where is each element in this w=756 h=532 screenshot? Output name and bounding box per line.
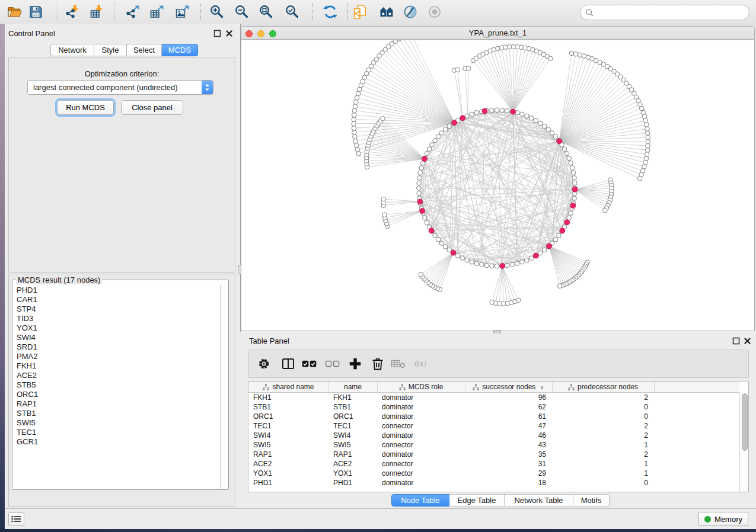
mcds-result-node[interactable]: YOX1 <box>13 323 220 333</box>
memory-button[interactable]: Memory <box>698 512 748 526</box>
zoom-in-button[interactable] <box>209 4 225 20</box>
float-panel-icon[interactable] <box>213 30 221 37</box>
export-table-button[interactable] <box>149 4 165 20</box>
table-row[interactable]: STB1STB1dominator620 <box>248 402 739 412</box>
column-header-predecessor-nodes[interactable]: predecessor nodes <box>552 382 655 392</box>
tab-motifs[interactable]: Motifs <box>573 494 610 507</box>
mcds-result-node[interactable]: ACE2 <box>13 371 220 380</box>
float-table-panel-icon[interactable] <box>732 337 740 345</box>
cell-name: ORC1 <box>328 412 377 421</box>
cell-predecessor-nodes: 1 <box>552 440 648 450</box>
column-header-MCDS-role[interactable]: MCDS role <box>377 382 465 392</box>
mcds-result-node[interactable]: CAR1 <box>13 295 220 305</box>
table-row[interactable]: YOX1YOX1connector291 <box>248 469 739 478</box>
close-panel-icon[interactable] <box>225 30 233 37</box>
search-input[interactable] <box>596 7 749 18</box>
tab-select[interactable]: Select <box>127 44 162 56</box>
mcds-result-node[interactable]: PHD1 <box>13 286 220 295</box>
mcds-result-list[interactable]: PHD1CAR1STP4TID3YOX1SWI4SRD1PMA2FKH1ACE2… <box>13 286 220 489</box>
zoom-out-button[interactable] <box>234 4 250 20</box>
save-session-button[interactable] <box>28 4 43 20</box>
mcds-result-node[interactable]: SWI5 <box>13 418 220 428</box>
table-scrollbar[interactable] <box>739 393 748 492</box>
cell-shared-name: STB1 <box>248 402 328 412</box>
table-scrollbar-thumb[interactable] <box>742 393 748 451</box>
zoom-fit-button[interactable] <box>259 4 274 20</box>
mcds-result-node[interactable]: SWI4 <box>13 333 220 342</box>
mcds-result-node[interactable]: STB5 <box>13 380 220 390</box>
table-settings-button[interactable] <box>256 357 272 371</box>
cell-successor-nodes: 35 <box>465 450 546 459</box>
status-menu-button[interactable] <box>8 512 24 525</box>
import-table-button[interactable] <box>90 4 105 20</box>
first-neighbors-button[interactable] <box>379 4 394 20</box>
cell-predecessor-nodes: 2 <box>552 421 648 431</box>
close-panel-button[interactable]: Close panel <box>121 100 183 115</box>
toggle-panel-layout-button[interactable] <box>280 357 296 371</box>
optimization-criterion-select[interactable]: largest connected component (undirected) <box>27 80 213 95</box>
network-canvas[interactable] <box>241 40 755 331</box>
mcds-result-node[interactable]: PMA2 <box>13 352 220 361</box>
cell-shared-name: FKH1 <box>248 393 328 402</box>
export-network-button[interactable] <box>125 4 141 20</box>
network-window-titlebar[interactable]: YPA_prune.txt_1 <box>241 26 755 40</box>
cell-shared-name: ACE2 <box>248 459 328 469</box>
column-header-shared-name[interactable]: shared name <box>248 382 329 392</box>
network-window-title: YPA_prune.txt_1 <box>241 28 754 37</box>
table-row[interactable]: SWI5SWI5connector431 <box>248 440 739 450</box>
export-image-button[interactable] <box>175 4 190 20</box>
close-table-panel-icon[interactable] <box>744 337 751 345</box>
show-all-columns-button[interactable] <box>302 357 317 371</box>
zoom-selected-icon <box>285 4 300 20</box>
table-row[interactable]: FKH1FKH1dominator962 <box>248 393 739 402</box>
mcds-result-node[interactable]: ORC1 <box>13 390 220 399</box>
table-row[interactable]: ORC1ORC1dominator610 <box>248 412 739 421</box>
main-toolbar <box>0 0 756 24</box>
cell-MCDS-role: connector <box>377 421 465 431</box>
table-row[interactable]: SWI4SWI4dominator462 <box>248 431 739 440</box>
mcds-result-node[interactable]: TID3 <box>13 314 220 323</box>
mcds-result-node[interactable]: TEC1 <box>13 428 220 437</box>
cell-successor-nodes: 61 <box>465 412 546 421</box>
create-column-button[interactable] <box>347 357 363 371</box>
run-mcds-button[interactable]: Run MCDS <box>57 100 114 115</box>
mcds-result-node[interactable]: GCR1 <box>13 437 220 447</box>
cell-name: SWI4 <box>328 431 377 440</box>
result-list-scrollbar[interactable] <box>220 285 228 489</box>
column-header-name[interactable]: name <box>328 382 378 392</box>
cell-predecessor-nodes: 2 <box>552 393 648 402</box>
tab-mcds[interactable]: MCDS <box>162 44 198 56</box>
refresh-view-button[interactable] <box>323 4 338 20</box>
mcds-result-node[interactable]: RAP1 <box>13 399 220 409</box>
delete-column-button[interactable] <box>370 357 385 371</box>
search-box[interactable] <box>580 5 749 20</box>
memory-label: Memory <box>714 515 742 524</box>
network-from-selection-button[interactable] <box>352 4 368 20</box>
table-row[interactable]: ACE2ACE2connector311 <box>248 459 739 469</box>
table-row[interactable]: TEC1TEC1connector472 <box>248 421 739 431</box>
mcds-result-node[interactable]: STB1 <box>13 409 220 418</box>
svg-text:f(x): f(x) <box>413 360 426 368</box>
tab-network[interactable]: Network <box>50 44 94 56</box>
mcds-result-node[interactable]: SRD1 <box>13 342 220 352</box>
cell-shared-name: SWI5 <box>248 440 328 450</box>
tab-network-table[interactable]: Network Table <box>505 494 573 507</box>
table-row[interactable]: PHD1PHD1dominator180 <box>248 478 739 488</box>
import-network-button[interactable] <box>65 4 80 20</box>
tab-style[interactable]: Style <box>94 44 127 56</box>
column-header-successor-nodes[interactable]: successor nodes∨ <box>465 382 553 392</box>
cell-predecessor-nodes: 0 <box>552 412 648 421</box>
optimization-criterion-value: largest connected component (undirected) <box>28 83 202 92</box>
plus-icon <box>347 357 363 371</box>
tab-edge-table[interactable]: Edge Table <box>449 494 505 507</box>
hierarchy-icon <box>399 384 406 390</box>
open-file-button[interactable] <box>7 4 23 20</box>
table-row[interactable]: RAP1RAP1dominator352 <box>248 450 739 459</box>
tab-node-table[interactable]: Node Table <box>391 494 449 507</box>
zoom-selected-button[interactable] <box>285 4 300 20</box>
hide-selected-button[interactable] <box>403 4 418 20</box>
mcds-result-node[interactable]: STP4 <box>13 305 220 314</box>
mcds-result-node[interactable]: FKH1 <box>13 361 220 371</box>
hide-all-columns-button[interactable] <box>325 357 340 371</box>
fx-icon: f(x) <box>413 357 428 371</box>
